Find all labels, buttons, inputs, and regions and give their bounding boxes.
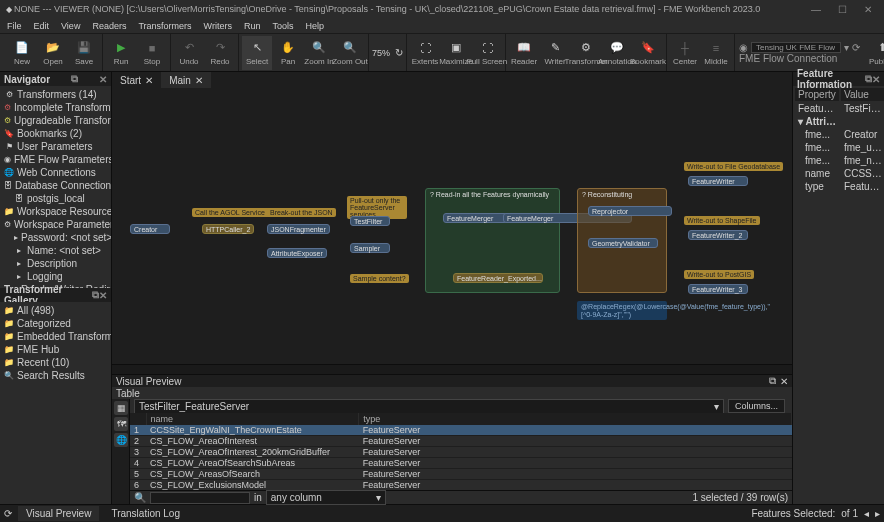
maximize-button[interactable]: ☐ bbox=[830, 1, 854, 17]
menu-tools[interactable]: Tools bbox=[267, 21, 298, 31]
close-icon[interactable]: ✕ bbox=[99, 290, 107, 301]
property-row[interactable]: ▾ Attribu... bbox=[795, 116, 884, 127]
annotation[interactable]: Break-out the JSON bbox=[267, 208, 336, 217]
feature-info-table[interactable]: PropertyValue Feature ...TestFilter_Feat… bbox=[793, 86, 884, 194]
close-icon[interactable]: ✕ bbox=[872, 74, 880, 85]
node-featurereader[interactable]: FeatureReader_Exported... bbox=[453, 273, 543, 283]
columns-button[interactable]: Columns... bbox=[728, 399, 785, 413]
publish-button[interactable]: ⬆Publish bbox=[867, 36, 884, 70]
preview-table[interactable]: name type 1CCSSite_EngWalNI_TheCrownEsta… bbox=[130, 413, 792, 490]
nav-bookmarks[interactable]: 🔖Bookmarks (2) bbox=[0, 127, 111, 140]
undock-icon[interactable]: ⧉ bbox=[71, 73, 78, 85]
property-row[interactable]: typeFeatureServer bbox=[795, 181, 884, 192]
nav-name[interactable]: ▸Name: <not set> bbox=[0, 244, 111, 257]
pan-button[interactable]: ✋Pan bbox=[273, 36, 303, 70]
filter-input[interactable] bbox=[150, 492, 250, 504]
annotation-button[interactable]: 💬Annotation bbox=[602, 36, 632, 70]
select-button[interactable]: ↖Select bbox=[242, 36, 272, 70]
run-button[interactable]: ▶Run bbox=[106, 36, 136, 70]
redo-button[interactable]: ↷Redo bbox=[205, 36, 235, 70]
nav-password[interactable]: ▸Password: <not set> bbox=[0, 231, 111, 244]
menu-transformers[interactable]: Transformers bbox=[133, 21, 196, 31]
table-row[interactable]: 4CS_FLOW_AreaOfSearchSubAreasFeatureServ… bbox=[130, 458, 792, 469]
new-button[interactable]: 📄New bbox=[7, 36, 37, 70]
node-sampler[interactable]: Sampler bbox=[350, 243, 390, 253]
nav-flow-params[interactable]: ◉FME Flow Parameters bbox=[0, 153, 111, 166]
nav-web-conn[interactable]: 🌐Web Connections bbox=[0, 166, 111, 179]
annotation[interactable]: Write-out to PostGIS bbox=[684, 270, 754, 279]
filter-column-dropdown[interactable]: any column▾ bbox=[266, 490, 386, 505]
undo-button[interactable]: ↶Undo bbox=[174, 36, 204, 70]
table-tab[interactable]: Table bbox=[116, 388, 140, 399]
nav-logging[interactable]: ▸Logging bbox=[0, 270, 111, 283]
nav-ws-resources[interactable]: 📁Workspace Resources bbox=[0, 205, 111, 218]
node-fw2[interactable]: FeatureWriter_2 bbox=[688, 230, 748, 240]
nav-db-child[interactable]: 🗄postgis_local bbox=[0, 192, 111, 205]
undock-icon[interactable]: ⧉ bbox=[92, 289, 99, 301]
tab-main[interactable]: Main✕ bbox=[161, 72, 211, 88]
close-icon[interactable]: ✕ bbox=[780, 376, 788, 387]
nav-ws-params[interactable]: ⚙Workspace Parameters bbox=[0, 218, 111, 231]
minimize-button[interactable]: — bbox=[804, 1, 828, 17]
fullscreen-button[interactable]: ⛶Full Screen bbox=[472, 36, 502, 70]
status-tab-visual[interactable]: Visual Preview bbox=[18, 506, 99, 521]
gallery-hub[interactable]: 📁FME Hub bbox=[0, 343, 111, 356]
bookmark-reconst[interactable]: ? Reconstituting Reprojector GeometryVal… bbox=[577, 188, 667, 293]
middle-button[interactable]: ≡Middle bbox=[701, 36, 731, 70]
center-button[interactable]: ┼Center bbox=[670, 36, 700, 70]
close-button[interactable]: ✕ bbox=[856, 1, 880, 17]
tab-start[interactable]: Start✕ bbox=[112, 72, 161, 88]
annotation-dark[interactable]: @ReplaceRegex(@Lowercase(@Value(fme_feat… bbox=[577, 301, 667, 320]
refresh-icon[interactable]: ↻ bbox=[395, 47, 403, 58]
menu-run[interactable]: Run bbox=[239, 21, 266, 31]
gallery-search[interactable]: 🔍Search Results bbox=[0, 369, 111, 382]
annotation[interactable]: Call the AGOL Service list bbox=[192, 208, 278, 217]
table-row[interactable]: 1CCSSite_EngWalNI_TheCrownEstateFeatureS… bbox=[130, 425, 792, 436]
node-aexp[interactable]: AttributeExposer bbox=[267, 248, 327, 258]
nav-incomplete[interactable]: ⚙Incomplete Transformers (1) bbox=[0, 101, 111, 114]
save-button[interactable]: 💾Save bbox=[69, 36, 99, 70]
node-fw1[interactable]: FeatureWriter bbox=[688, 176, 748, 186]
gallery-all[interactable]: 📁All (498) bbox=[0, 304, 111, 317]
table-row[interactable]: 3CS_FLOW_AreaOfInterest_200kmGridBufferF… bbox=[130, 447, 792, 458]
display-icon[interactable]: ▦ bbox=[114, 401, 128, 415]
node-reprojector[interactable]: Reprojector bbox=[588, 206, 672, 216]
close-icon[interactable]: ✕ bbox=[99, 74, 107, 85]
next-icon[interactable]: ▸ bbox=[875, 508, 880, 519]
search-icon[interactable]: 🔍 bbox=[134, 492, 146, 503]
gallery-embedded[interactable]: 📁Embedded Transformers bbox=[0, 330, 111, 343]
table-row[interactable]: 2CS_FLOW_AreaOfInterestFeatureServer bbox=[130, 436, 792, 447]
menu-file[interactable]: File bbox=[2, 21, 27, 31]
annotation[interactable]: Write-out to File Geodatabase bbox=[684, 162, 783, 171]
bookmark-button[interactable]: 🔖Bookmark bbox=[633, 36, 663, 70]
stop-button[interactable]: ■Stop bbox=[137, 36, 167, 70]
undock-icon[interactable]: ⧉ bbox=[865, 73, 872, 85]
menu-view[interactable]: View bbox=[56, 21, 85, 31]
col-idx[interactable] bbox=[130, 413, 146, 425]
node-http[interactable]: HTTPCaller_2 bbox=[202, 224, 254, 234]
menu-edit[interactable]: Edit bbox=[29, 21, 55, 31]
globe-icon[interactable]: 🌐 bbox=[114, 433, 128, 447]
property-row[interactable]: fme...fme_no_geom bbox=[795, 155, 884, 166]
canvas-scrollbar-h[interactable] bbox=[112, 364, 792, 374]
reader-button[interactable]: 📖Reader bbox=[509, 36, 539, 70]
extents-button[interactable]: ⛶Extents bbox=[410, 36, 440, 70]
undock-icon[interactable]: ⧉ bbox=[769, 375, 776, 387]
menu-help[interactable]: Help bbox=[300, 21, 329, 31]
zoomin-button[interactable]: 🔍Zoom In bbox=[304, 36, 334, 70]
property-row[interactable]: Feature ...TestFilter_Featur... bbox=[795, 103, 884, 114]
col-type[interactable]: type bbox=[359, 413, 792, 425]
zoom-percent[interactable]: 75% bbox=[372, 48, 390, 58]
property-row[interactable]: fme...fme_undefined bbox=[795, 142, 884, 153]
nav-transformers[interactable]: ⚙Transformers (14) bbox=[0, 88, 111, 101]
nav-desc[interactable]: ▸Description bbox=[0, 257, 111, 270]
prev-icon[interactable]: ◂ bbox=[864, 508, 869, 519]
node-json[interactable]: JSONFragmenter bbox=[267, 224, 330, 234]
gallery-tree[interactable]: 📁All (498) 📁Categorized 📁Embedded Transf… bbox=[0, 302, 111, 504]
node-fw3[interactable]: FeatureWriter_3 bbox=[688, 284, 748, 294]
gallery-categorized[interactable]: 📁Categorized bbox=[0, 317, 111, 330]
col-name[interactable]: name bbox=[146, 413, 359, 425]
transformer-button[interactable]: ⚙Transformer bbox=[571, 36, 601, 70]
nav-upgradeable[interactable]: ⚙Upgradeable Transformers (1) bbox=[0, 114, 111, 127]
gallery-recent[interactable]: 📁Recent (10) bbox=[0, 356, 111, 369]
